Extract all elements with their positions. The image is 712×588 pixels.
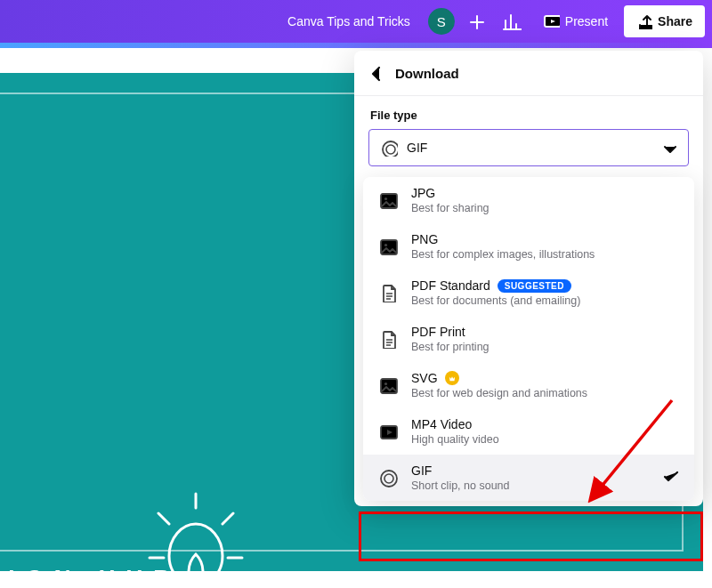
file-type-option-png[interactable]: PNGBest for complex images, illustration… <box>363 223 694 270</box>
option-title: PNG <box>411 232 680 246</box>
share-label: Share <box>658 14 692 28</box>
option-description: Short clip, no sound <box>411 479 648 492</box>
pdf-icon <box>377 328 399 350</box>
present-button[interactable]: Present <box>533 5 617 37</box>
option-title: JPG <box>411 186 680 200</box>
option-meta: PDF StandardSUGGESTEDBest for documents … <box>411 278 680 307</box>
option-meta: JPGBest for sharing <box>411 186 680 214</box>
gif-icon <box>380 139 398 157</box>
premium-crown-icon <box>445 371 459 385</box>
file-type-option-gif[interactable]: GIFShort clip, no sound <box>363 455 694 501</box>
option-title: PDF StandardSUGGESTED <box>411 278 680 293</box>
gif-icon <box>377 467 399 488</box>
image-icon <box>377 189 399 211</box>
option-title: MP4 Video <box>411 417 680 431</box>
image-icon <box>377 375 399 396</box>
avatar-initial: S <box>437 14 446 29</box>
download-panel: Download File type GIF JPGBest for shari… <box>354 51 703 506</box>
header-accent-strip <box>0 43 712 48</box>
share-icon <box>636 13 652 29</box>
file-type-options-list: JPGBest for sharingPNGBest for complex i… <box>363 177 694 501</box>
option-title: SVG <box>411 371 680 385</box>
option-description: Best for sharing <box>411 202 680 214</box>
image-icon <box>377 236 399 257</box>
file-type-selected-value: GIF <box>407 141 651 155</box>
present-label: Present <box>565 14 608 28</box>
present-icon <box>542 12 560 30</box>
lightbulb-icon <box>142 487 249 571</box>
plus-icon <box>466 12 486 31</box>
file-type-option-mp4[interactable]: MP4 VideoHigh quality video <box>363 408 694 455</box>
option-description: Best for documents (and emailing) <box>411 294 680 307</box>
add-button[interactable] <box>462 7 490 36</box>
download-panel-header: Download <box>354 51 703 96</box>
option-description: High quality video <box>411 433 680 446</box>
option-description: Best for web design and animations <box>411 387 680 399</box>
option-meta: PNGBest for complex images, illustration… <box>411 232 680 261</box>
user-avatar[interactable]: S <box>428 8 455 35</box>
file-type-option-svg[interactable]: SVGBest for web design and animations <box>363 362 694 408</box>
insights-button[interactable] <box>498 7 526 36</box>
video-icon <box>377 421 399 442</box>
file-type-option-pdfp[interactable]: PDF PrintBest for printing <box>363 316 694 362</box>
check-icon <box>660 466 680 489</box>
share-button[interactable]: Share <box>624 5 705 37</box>
file-type-option-pdfs[interactable]: PDF StandardSUGGESTEDBest for documents … <box>363 270 694 316</box>
option-description: Best for complex images, illustrations <box>411 248 680 261</box>
file-type-option-jpg[interactable]: JPGBest for sharing <box>363 177 694 223</box>
option-meta: PDF PrintBest for printing <box>411 325 680 353</box>
pdf-icon <box>377 282 399 303</box>
chevron-down-icon <box>659 139 677 157</box>
chevron-left-icon <box>367 63 386 83</box>
option-meta: GIFShort clip, no sound <box>411 463 648 492</box>
option-meta: MP4 VideoHigh quality video <box>411 417 680 446</box>
file-type-select[interactable]: GIF <box>368 129 689 166</box>
document-title[interactable]: Canva Tips and Tricks <box>287 14 410 28</box>
app-header: Canva Tips and Tricks S Present Share <box>0 0 712 43</box>
option-meta: SVGBest for web design and animations <box>411 371 680 399</box>
file-type-label: File type <box>354 96 703 129</box>
suggested-badge: SUGGESTED <box>498 279 571 293</box>
option-title: PDF Print <box>411 325 680 339</box>
back-button[interactable] <box>367 63 386 83</box>
option-description: Best for printing <box>411 341 680 353</box>
chart-icon <box>502 12 522 31</box>
option-title: GIF <box>411 463 648 478</box>
panel-title: Download <box>395 66 459 81</box>
